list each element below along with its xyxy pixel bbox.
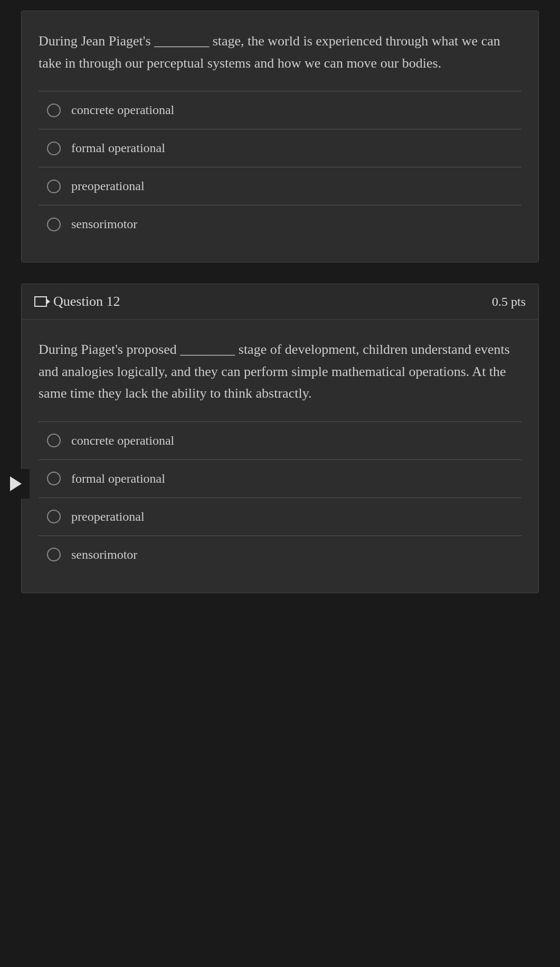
partial-radio-3[interactable] <box>47 180 61 193</box>
q12-radio-4[interactable] <box>47 548 61 561</box>
question-12-body: During Piaget's proposed ________ stage … <box>22 320 538 593</box>
question-12-text: During Piaget's proposed ________ stage … <box>39 339 521 405</box>
partial-option-label-1: concrete operational <box>71 103 174 117</box>
partial-question-body: During Jean Piaget's ________ stage, the… <box>22 11 538 262</box>
partial-option-row-3[interactable]: preoperational <box>39 167 521 205</box>
flag-icon <box>34 296 47 307</box>
q12-radio-2[interactable] <box>47 472 61 485</box>
partial-option-row-2[interactable]: formal operational <box>39 129 521 167</box>
partial-radio-4[interactable] <box>47 218 61 231</box>
partial-radio-2[interactable] <box>47 142 61 155</box>
q12-option-label-3: preoperational <box>71 510 145 524</box>
partial-radio-1[interactable] <box>47 104 61 117</box>
question-12-title: Question 12 <box>53 294 120 309</box>
question-12-card: Question 12 0.5 pts During Piaget's prop… <box>21 284 539 593</box>
question-12-options: concrete operational formal operational … <box>39 421 521 574</box>
partial-option-label-3: preoperational <box>71 179 145 193</box>
q12-option-row-3[interactable]: preoperational <box>39 498 521 536</box>
q12-option-label-2: formal operational <box>71 472 165 486</box>
q12-option-row-1[interactable]: concrete operational <box>39 422 521 460</box>
partial-question-card: During Jean Piaget's ________ stage, the… <box>21 11 539 262</box>
play-icon <box>10 476 22 491</box>
q12-option-label-4: sensorimotor <box>71 548 137 562</box>
play-button[interactable] <box>0 469 30 499</box>
q12-radio-1[interactable] <box>47 434 61 447</box>
question-12-header: Question 12 0.5 pts <box>22 284 538 320</box>
partial-option-label-2: formal operational <box>71 141 165 155</box>
partial-question-text: During Jean Piaget's ________ stage, the… <box>39 30 521 74</box>
partial-option-row-4[interactable]: sensorimotor <box>39 205 521 243</box>
q12-radio-3[interactable] <box>47 510 61 523</box>
partial-options-container: concrete operational formal operational … <box>39 91 521 243</box>
q12-option-row-4[interactable]: sensorimotor <box>39 536 521 574</box>
question-12-header-left: Question 12 <box>34 294 120 309</box>
q12-option-label-1: concrete operational <box>71 434 174 448</box>
q12-option-row-2[interactable]: formal operational <box>39 460 521 498</box>
partial-option-row-1[interactable]: concrete operational <box>39 91 521 129</box>
partial-option-label-4: sensorimotor <box>71 217 137 231</box>
question-12-points: 0.5 pts <box>492 295 526 309</box>
